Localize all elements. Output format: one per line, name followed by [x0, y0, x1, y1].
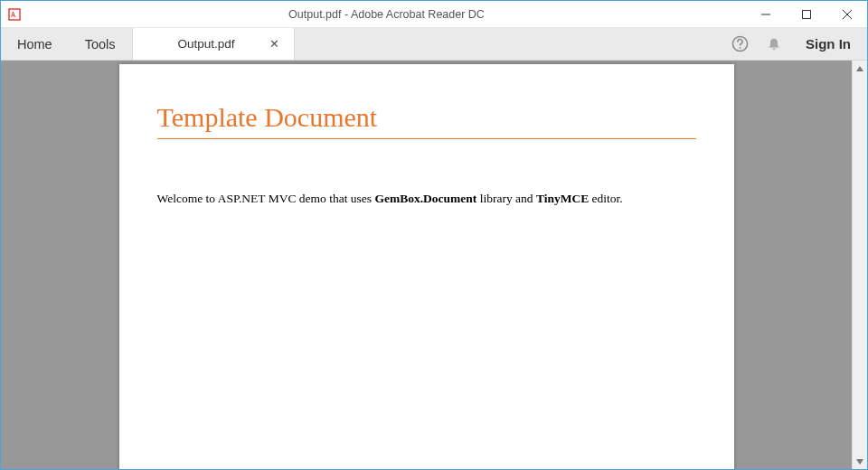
- document-tab[interactable]: Output.pdf ✕: [132, 28, 295, 60]
- minimize-button[interactable]: [745, 1, 786, 27]
- svg-rect-2: [802, 10, 810, 18]
- content-area: Template Document Welcome to ASP.NET MVC…: [1, 61, 867, 469]
- close-icon[interactable]: ✕: [267, 36, 283, 52]
- help-icon[interactable]: [730, 34, 750, 54]
- tools-tab[interactable]: Tools: [69, 28, 132, 60]
- document-viewer[interactable]: Template Document Welcome to ASP.NET MVC…: [1, 61, 852, 469]
- scroll-track[interactable]: [853, 76, 867, 454]
- body-bold-1: GemBox.Document: [374, 192, 476, 205]
- body-text-2: library and: [476, 192, 536, 205]
- vertical-scrollbar[interactable]: [852, 61, 867, 469]
- window-controls: [745, 1, 867, 27]
- page-heading: Template Document: [157, 102, 696, 139]
- toolbar-right: Sign In: [730, 28, 867, 60]
- window-title: Output.pdf - Adobe Acrobat Reader DC: [28, 8, 745, 21]
- toolbar: Home Tools Output.pdf ✕ Sign: [1, 28, 867, 61]
- body-text: Welcome to ASP.NET MVC demo that uses: [157, 192, 375, 205]
- maximize-button[interactable]: [786, 1, 826, 27]
- signin-button[interactable]: Sign In: [798, 36, 851, 52]
- pdf-page: Template Document Welcome to ASP.NET MVC…: [119, 64, 734, 469]
- bell-icon[interactable]: [764, 34, 784, 54]
- app-window: Output.pdf - Adobe Acrobat Reader DC Hom…: [0, 0, 868, 470]
- titlebar: Output.pdf - Adobe Acrobat Reader DC: [1, 1, 867, 28]
- app-icon: [1, 8, 28, 21]
- document-tab-label: Output.pdf: [178, 37, 245, 51]
- scroll-down-icon[interactable]: [853, 454, 867, 469]
- page-body: Welcome to ASP.NET MVC demo that uses Ge…: [157, 192, 696, 206]
- toolbar-left: Home Tools Output.pdf ✕: [1, 28, 295, 60]
- scroll-up-icon[interactable]: [853, 61, 867, 76]
- home-tab[interactable]: Home: [1, 28, 69, 60]
- svg-point-6: [739, 47, 741, 49]
- body-bold-2: TinyMCE: [536, 192, 589, 205]
- body-text-3: editor.: [589, 192, 623, 205]
- svg-rect-0: [9, 9, 20, 20]
- close-button[interactable]: [826, 1, 867, 27]
